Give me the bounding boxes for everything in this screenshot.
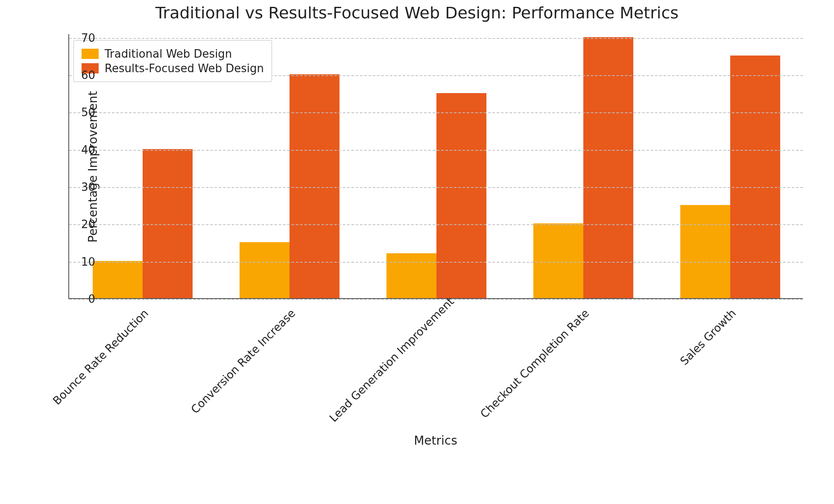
bar-traditional[interactable] — [386, 253, 436, 298]
chart-container: Traditional vs Results-Focused Web Desig… — [0, 0, 834, 504]
y-tick-label: 60 — [70, 69, 95, 82]
legend-label-results: Results-Focused Web Design — [105, 62, 264, 75]
x-axis-label: Metrics — [68, 434, 803, 448]
y-tick-label: 20 — [70, 218, 95, 231]
bar-traditional[interactable] — [533, 223, 583, 298]
chart-title: Traditional vs Results-Focused Web Desig… — [0, 3, 834, 22]
y-tick-label: 70 — [70, 32, 95, 44]
x-tick-label: Sales Growth — [620, 307, 738, 425]
bar-results[interactable] — [290, 74, 339, 298]
x-tick-label: Bounce Rate Reduction — [33, 307, 151, 425]
x-tick-label: Checkout Completion Rate — [474, 307, 591, 425]
grid-line — [69, 262, 803, 263]
legend-item-traditional[interactable]: Traditional Web Design — [82, 47, 264, 60]
bar-traditional[interactable] — [680, 205, 730, 298]
bar-results[interactable] — [436, 93, 486, 298]
bar-results[interactable] — [143, 149, 193, 298]
bar-traditional[interactable] — [240, 242, 290, 298]
grid-line — [69, 150, 803, 151]
grid-line — [69, 38, 803, 39]
legend-item-results[interactable]: Results-Focused Web Design — [82, 62, 264, 75]
y-tick-label: 30 — [70, 181, 95, 193]
x-tick-label: Lead Generation Improvement — [327, 307, 445, 425]
bar-traditional[interactable] — [93, 261, 143, 298]
grid-line — [69, 224, 803, 225]
y-tick-label: 50 — [70, 106, 95, 119]
y-tick-label: 0 — [70, 293, 95, 305]
grid-line — [69, 187, 803, 188]
x-tick-label: Conversion Rate Increase — [180, 307, 298, 425]
bar-results[interactable] — [583, 37, 633, 298]
legend: Traditional Web Design Results-Focused W… — [73, 40, 272, 82]
grid-line — [69, 299, 803, 300]
y-tick-label: 40 — [70, 144, 95, 156]
legend-swatch-traditional — [82, 49, 99, 59]
grid-line — [69, 112, 803, 113]
legend-label-traditional: Traditional Web Design — [105, 47, 232, 60]
y-tick-label: 10 — [70, 255, 95, 268]
